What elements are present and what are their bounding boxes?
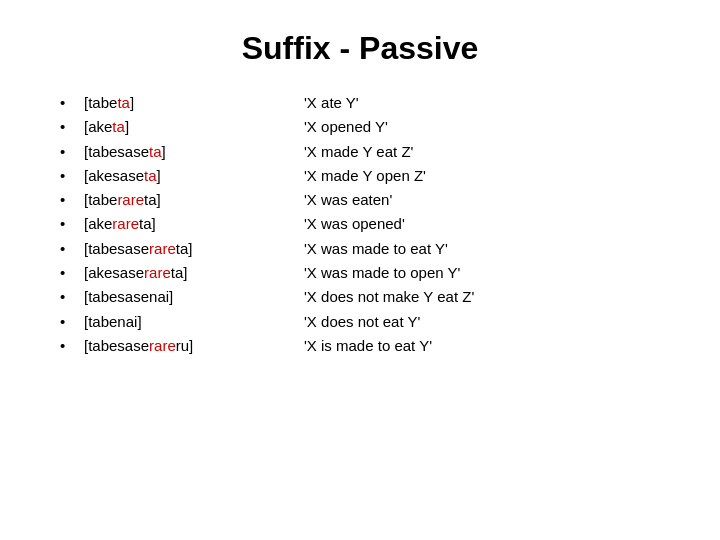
bullet: • <box>60 261 84 285</box>
term: [tabesaseta] <box>84 140 304 164</box>
bullet: • <box>60 310 84 334</box>
bullet: • <box>60 164 84 188</box>
bullet: • <box>60 212 84 236</box>
meaning: 'X made Y eat Z' <box>304 140 413 164</box>
term: [taberareta] <box>84 188 304 212</box>
content-list: • [tabeta] 'X ate Y' • [aketa] 'X opened… <box>60 91 660 358</box>
bullet: • <box>60 91 84 115</box>
list-item: • [tabesaserareta] 'X was made to eat Y' <box>60 237 660 261</box>
meaning: 'X opened Y' <box>304 115 388 139</box>
bullet: • <box>60 285 84 309</box>
term: [tabesaserareru] <box>84 334 304 358</box>
bullet: • <box>60 188 84 212</box>
page-title: Suffix - Passive <box>60 30 660 67</box>
meaning: 'X is made to eat Y' <box>304 334 432 358</box>
list-item: • [tabesaseta] 'X made Y eat Z' <box>60 140 660 164</box>
term: [akesaserareta] <box>84 261 304 285</box>
meaning: 'X made Y open Z' <box>304 164 426 188</box>
list-item: • [akesaserareta] 'X was made to open Y' <box>60 261 660 285</box>
meaning: 'X ate Y' <box>304 91 359 115</box>
list-item: • [tabesaserareru] 'X is made to eat Y' <box>60 334 660 358</box>
list-item: • [tabenai] 'X does not eat Y' <box>60 310 660 334</box>
list-item: • [aketa] 'X opened Y' <box>60 115 660 139</box>
meaning: 'X was made to open Y' <box>304 261 460 285</box>
list-item: • [taberareta] 'X was eaten' <box>60 188 660 212</box>
meaning: 'X was made to eat Y' <box>304 237 448 261</box>
list-item: • [tabesasenai] 'X does not make Y eat Z… <box>60 285 660 309</box>
term: [tabesasenai] <box>84 285 304 309</box>
term: [tabesaserareta] <box>84 237 304 261</box>
term: [aketa] <box>84 115 304 139</box>
bullet: • <box>60 115 84 139</box>
page: Suffix - Passive • [tabeta] 'X ate Y' • … <box>0 0 720 540</box>
meaning: 'X does not eat Y' <box>304 310 420 334</box>
bullet: • <box>60 334 84 358</box>
list-item: • [akesaseta] 'X made Y open Z' <box>60 164 660 188</box>
meaning: 'X was opened' <box>304 212 405 236</box>
term: [tabenai] <box>84 310 304 334</box>
term: [tabeta] <box>84 91 304 115</box>
term: [akesaseta] <box>84 164 304 188</box>
term: [akerareta] <box>84 212 304 236</box>
meaning: 'X was eaten' <box>304 188 392 212</box>
bullet: • <box>60 140 84 164</box>
list-item: • [akerareta] 'X was opened' <box>60 212 660 236</box>
bullet: • <box>60 237 84 261</box>
meaning: 'X does not make Y eat Z' <box>304 285 474 309</box>
list-item: • [tabeta] 'X ate Y' <box>60 91 660 115</box>
